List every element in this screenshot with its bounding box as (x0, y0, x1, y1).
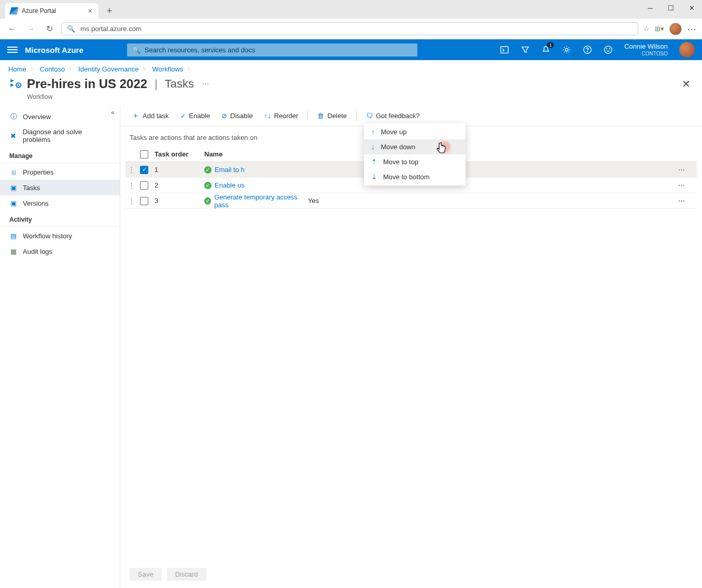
select-all-checkbox[interactable] (140, 150, 148, 159)
svg-point-5 (607, 49, 607, 49)
delete-button[interactable]: 🗑Delete (313, 110, 351, 122)
user-account-button[interactable]: Connie Wilson CONTOSO (624, 43, 668, 56)
task-order-value: 2 (152, 181, 204, 189)
drag-handle-icon[interactable]: ⋮ (125, 181, 136, 189)
drag-handle-icon[interactable]: ⋮ (125, 197, 136, 205)
directory-filter-icon[interactable] (521, 45, 530, 54)
enable-button[interactable]: ✓Enable (176, 110, 214, 122)
azure-brand[interactable]: Microsoft Azure (25, 46, 83, 54)
audit-icon: ▦ (9, 247, 18, 255)
collections-icon[interactable]: ⊞▾ (655, 25, 664, 33)
search-placeholder: Search resources, services and docs (145, 46, 255, 54)
breadcrumb-identity-governance[interactable]: Identity Governance (78, 65, 138, 73)
row-checkbox[interactable]: ✓ (140, 166, 148, 174)
task-order-value: 1 (152, 166, 204, 174)
svg-point-1 (565, 48, 568, 51)
browser-tab[interactable]: Azure Portal × (5, 3, 99, 19)
more-actions-icon[interactable]: ⋯ (202, 80, 209, 88)
task-name-link[interactable]: Generate temporary access pass (214, 193, 308, 209)
sidebar-item-label: Audit logs (23, 248, 52, 255)
tab-title: Azure Portal (22, 7, 56, 15)
breadcrumb-home[interactable]: Home (8, 65, 26, 73)
window-minimize-button[interactable]: ─ (640, 0, 661, 16)
page-header: Pre-hires in US 2022 | Tasks ⋯ ✕ (0, 76, 702, 93)
window-close-button[interactable]: ✕ (681, 0, 702, 16)
browser-back-button[interactable]: ← (5, 22, 19, 36)
sidebar-item-versions[interactable]: ▣ Versions (0, 195, 120, 211)
collapse-nav-icon[interactable]: « (111, 109, 115, 116)
arrow-top-icon: ⇡ (371, 158, 377, 166)
col-task-order[interactable]: Task order (152, 150, 204, 158)
favorite-icon[interactable]: ☆ (643, 25, 650, 33)
sidebar-section-activity: Activity (0, 211, 120, 227)
sidebar-item-history[interactable]: ▤ Workflow history (0, 228, 120, 243)
properties-icon: ⫼ (9, 168, 18, 176)
window-controls: ─ ☐ ✕ (640, 0, 702, 16)
user-tenant: CONTOSO (624, 51, 668, 56)
row-menu-button[interactable]: ⋯ (678, 166, 697, 174)
add-task-button[interactable]: ＋Add task (128, 109, 173, 123)
main-content: ＋Add task ✓Enable ⊘Disable ↑↓Reorder 🗑De… (120, 106, 702, 588)
save-button[interactable]: Save (130, 568, 162, 581)
move-top-item[interactable]: ⇡Move to top (364, 154, 466, 169)
move-down-item[interactable]: ↓Move down (364, 139, 466, 154)
task-name-link[interactable]: Email to h (215, 166, 245, 174)
separator (307, 111, 308, 121)
breadcrumb-workflows[interactable]: Workflows (152, 65, 183, 73)
browser-profile-avatar[interactable] (669, 23, 682, 35)
new-tab-button[interactable]: + (103, 4, 117, 19)
breadcrumb-contoso[interactable]: Contoso (40, 65, 65, 73)
url-input[interactable]: 🔍 ms.portal.azure.com (61, 22, 638, 35)
sidebar-item-audit[interactable]: ▦ Audit logs (0, 243, 120, 259)
move-up-item[interactable]: ↑Move up (364, 124, 466, 139)
sidebar-item-overview[interactable]: ⓘ Overview (0, 109, 120, 124)
cloud-shell-icon[interactable] (500, 45, 509, 54)
svg-rect-0 (501, 47, 508, 53)
row-menu-button[interactable]: ⋯ (678, 181, 697, 189)
browser-forward-button[interactable]: → (24, 22, 37, 36)
move-bottom-item[interactable]: ⇣Move to bottom (364, 169, 466, 184)
status-success-icon: ✓ (204, 182, 212, 189)
browser-refresh-button[interactable]: ↻ (43, 22, 56, 36)
browser-address-bar: ← → ↻ 🔍 ms.portal.azure.com ☆ ⊞▾ ⋯ (0, 19, 702, 39)
settings-icon[interactable] (562, 45, 571, 54)
history-icon: ▤ (9, 232, 18, 240)
help-icon[interactable] (583, 45, 592, 54)
wrench-icon: ✖ (9, 132, 18, 140)
tab-close-icon[interactable]: × (88, 7, 92, 15)
row-checkbox[interactable] (140, 181, 148, 190)
task-name-link[interactable]: Enable us (215, 181, 245, 189)
page-subtitle: Workflow (0, 93, 702, 106)
user-avatar[interactable] (679, 42, 695, 58)
col-name[interactable]: Name (204, 150, 308, 158)
feedback-button[interactable]: 🗨Got feedback? (362, 110, 424, 122)
chevron-right-icon: 〉 (143, 66, 148, 73)
sidebar-item-label: Versions (23, 199, 49, 207)
pointer-cursor-icon (436, 142, 447, 159)
row-menu-button[interactable]: ⋯ (678, 197, 697, 205)
search-icon: 🔍 (67, 25, 75, 33)
global-search-input[interactable]: 🔍 Search resources, services and docs (127, 44, 417, 56)
reorder-button[interactable]: ↑↓Reorder (260, 110, 302, 122)
disable-button[interactable]: ⊘Disable (217, 110, 257, 122)
blade-close-button[interactable]: ✕ (682, 78, 694, 90)
table-row[interactable]: ⋮ 3 ✓Generate temporary access pass Yes … (125, 193, 697, 209)
chevron-right-icon: 〉 (69, 66, 74, 73)
page-title: Pre-hires in US 2022 (27, 77, 147, 91)
sidebar-item-tasks[interactable]: ▣ Tasks (0, 180, 120, 195)
drag-handle-icon[interactable]: ⋮ (125, 166, 136, 174)
discard-button[interactable]: Discard (167, 568, 206, 581)
side-nav: « ⓘ Overview ✖ Diagnose and solve proble… (0, 106, 120, 588)
url-text: ms.portal.azure.com (80, 25, 142, 33)
row-checkbox[interactable] (140, 197, 148, 205)
notifications-icon[interactable]: 1 (541, 45, 551, 54)
browser-menu-button[interactable]: ⋯ (687, 23, 697, 35)
task-order-value: 3 (152, 197, 204, 205)
sidebar-item-diagnose[interactable]: ✖ Diagnose and solve problems (0, 124, 120, 147)
azure-favicon-icon (9, 7, 19, 15)
window-maximize-button[interactable]: ☐ (661, 0, 681, 16)
sidebar-item-properties[interactable]: ⫼ Properties (0, 164, 120, 180)
sidebar-item-label: Properties (23, 168, 53, 176)
feedback-smiley-icon[interactable] (603, 45, 613, 54)
portal-menu-button[interactable] (7, 47, 18, 53)
